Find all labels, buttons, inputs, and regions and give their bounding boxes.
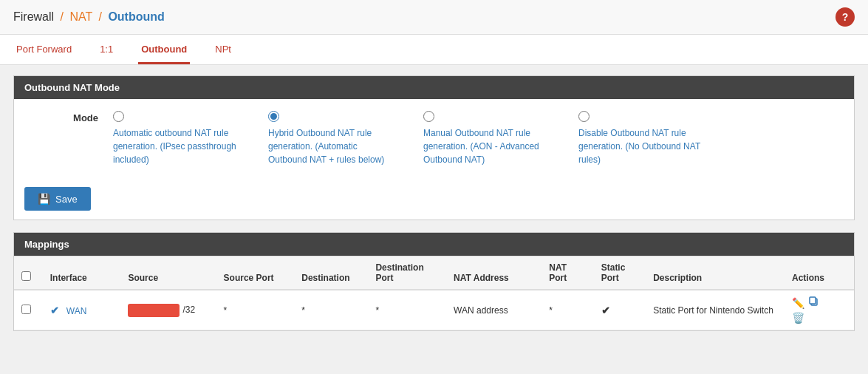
th-nat-address: NAT Address (446, 256, 541, 290)
row-nat-address: WAN address (446, 290, 541, 330)
mode-text-hybrid: Hybrid Outbound NAT rule generation. (Au… (268, 126, 394, 166)
tab-outbound[interactable]: Outbound (138, 35, 190, 64)
row-static-port: ✔ (594, 290, 646, 330)
mode-option-disable: Disable Outbound NAT rule generation. (N… (578, 111, 704, 166)
th-nat-port: NAT Port (541, 256, 593, 290)
save-btn-area: 💾 Save (14, 178, 854, 220)
static-port-checkmark: ✔ (601, 305, 610, 316)
outbound-nat-section: Outbound NAT Mode Mode Automatic outboun… (13, 75, 855, 220)
tab-port-forward[interactable]: Port Forward (13, 35, 75, 64)
row-nat-port: * (541, 290, 593, 330)
mode-option-automatic: Automatic outbound NAT rule generation. … (113, 111, 239, 166)
breadcrumb-sep1: / (61, 10, 64, 23)
select-all-checkbox[interactable] (21, 271, 31, 281)
tab-bar: Port Forward 1:1 Outbound NPt (0, 35, 868, 65)
row-source-port: * (216, 290, 295, 330)
row-checkbox-cell (14, 290, 43, 330)
tab-npt[interactable]: NPt (212, 35, 234, 64)
row-interface-link[interactable]: WAN (66, 306, 87, 316)
th-destination: Destination (294, 256, 368, 290)
header-bar: Firewall / NAT / Outbound ? (0, 0, 868, 35)
row-destination: * (294, 290, 368, 330)
outbound-nat-body: Mode Automatic outbound NAT rule generat… (14, 99, 854, 178)
breadcrumb-nat[interactable]: NAT (69, 10, 92, 23)
outbound-nat-header: Outbound NAT Mode (14, 76, 854, 99)
mode-option-hybrid: Hybrid Outbound NAT rule generation. (Au… (268, 111, 394, 166)
th-interface: Interface (43, 256, 121, 290)
breadcrumb-sep2: / (98, 10, 101, 23)
table-header-row: Interface Source Source Port Destination… (14, 256, 854, 290)
table-row: ✔ WAN /32 * * * WAN address * (14, 290, 854, 330)
edit-icon[interactable]: ✏️ (792, 297, 804, 309)
th-description: Description (646, 256, 785, 290)
mappings-section: Mappings Interface Source Source Port De… (13, 232, 855, 331)
breadcrumb-firewall: Firewall (13, 10, 54, 23)
th-actions: Actions (785, 256, 854, 290)
save-label: Save (55, 194, 78, 205)
svg-rect-1 (810, 297, 816, 304)
mappings-header: Mappings (14, 233, 854, 256)
page-wrapper: Firewall / NAT / Outbound ? Port Forward… (0, 0, 868, 353)
th-source-port: Source Port (216, 256, 295, 290)
radio-disable[interactable] (578, 111, 590, 122)
mappings-table: Interface Source Source Port Destination… (14, 256, 854, 330)
help-icon[interactable]: ? (835, 7, 855, 27)
row-actions: ✏️ 🗑️ (785, 290, 854, 330)
mappings-tbody: ✔ WAN /32 * * * WAN address * (14, 290, 854, 330)
row-enabled-interface: ✔ WAN (43, 290, 121, 330)
th-static-port: Static Port (594, 256, 646, 290)
radio-hybrid[interactable] (268, 111, 279, 122)
source-pill (128, 304, 180, 317)
mode-text-disable: Disable Outbound NAT rule generation. (N… (578, 126, 704, 166)
th-checkbox (14, 256, 43, 290)
mode-text-automatic: Automatic outbound NAT rule generation. … (113, 126, 239, 166)
row-description: Static Port for Nintendo Switch (646, 290, 785, 330)
mode-option-manual: Manual Outbound NAT rule generation. (AO… (423, 111, 549, 166)
save-button[interactable]: 💾 Save (24, 187, 91, 211)
radio-automatic[interactable] (113, 111, 124, 122)
radio-manual[interactable] (423, 111, 434, 122)
content-area: Outbound NAT Mode Mode Automatic outboun… (0, 65, 868, 353)
mode-label: Mode (24, 111, 113, 123)
source-suffix: /32 (182, 305, 195, 315)
mode-row: Mode Automatic outbound NAT rule generat… (24, 111, 844, 166)
breadcrumb-outbound: Outbound (108, 10, 164, 23)
enabled-checkmark: ✔ (50, 305, 59, 316)
breadcrumb: Firewall / NAT / Outbound (13, 10, 165, 24)
row-checkbox[interactable] (21, 305, 31, 314)
mode-options: Automatic outbound NAT rule generation. … (113, 111, 704, 166)
action-icon-row-bottom: 🗑️ (792, 312, 847, 324)
copy-icon[interactable] (809, 296, 819, 309)
row-source-cell: /32 (120, 290, 216, 330)
th-destination-port: Destination Port (368, 256, 446, 290)
tab-one-to-one[interactable]: 1:1 (97, 35, 116, 64)
mode-text-manual: Manual Outbound NAT rule generation. (AO… (423, 126, 549, 166)
delete-icon[interactable]: 🗑️ (792, 312, 804, 324)
action-icon-row-top: ✏️ (792, 296, 847, 309)
action-icons: ✏️ 🗑️ (792, 296, 847, 324)
row-destination-port: * (368, 290, 446, 330)
save-icon: 💾 (38, 193, 50, 205)
th-source: Source (120, 256, 216, 290)
